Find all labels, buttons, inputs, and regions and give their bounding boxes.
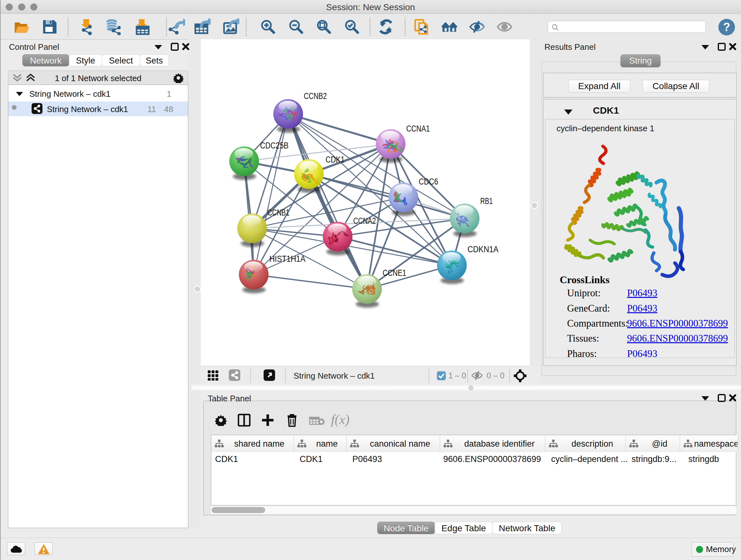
svg-text:CCNB2: CCNB2	[304, 91, 327, 101]
svg-text:HIST1H1A: HIST1H1A	[269, 254, 306, 264]
svg-text:CDKN1A: CDKN1A	[468, 245, 498, 254]
svg-text:CCNE1: CCNE1	[383, 268, 406, 278]
svg-text:CDK1: CDK1	[326, 155, 345, 165]
svg-text:RB1: RB1	[480, 196, 493, 206]
svg-text:CDC6: CDC6	[419, 177, 438, 186]
svg-text:CCNB1: CCNB1	[267, 208, 289, 217]
svg-text:?: ?	[723, 20, 730, 34]
svg-text:CCNA2: CCNA2	[353, 216, 376, 226]
svg-text:CCNA1: CCNA1	[406, 124, 430, 133]
svg-text:CDC25B: CDC25B	[260, 141, 288, 150]
